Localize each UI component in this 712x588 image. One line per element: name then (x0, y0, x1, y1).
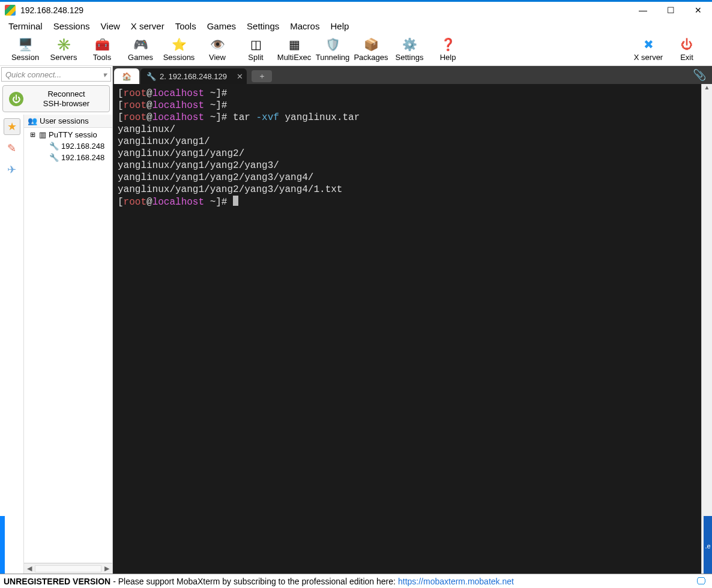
tabstrip: 🏠 🔧 2. 192.168.248.129 ✕ ＋ 📎 (113, 66, 712, 84)
menu-x-server[interactable]: X server (131, 21, 164, 31)
reconnect-button[interactable]: ⏻ Reconnect SSH-browser (2, 85, 110, 112)
vertical-scrollbar[interactable]: ▲ ▼ (701, 84, 712, 574)
window-controls: — ☐ ✕ (629, 2, 712, 19)
maximize-button[interactable]: ☐ (657, 2, 684, 19)
split-icon: ◫ (247, 37, 264, 52)
toolbar: 🖥️Session✳️Servers🧰Tools🎮Games⭐Sessions👁… (0, 35, 712, 66)
tab-session[interactable]: 🔧 2. 192.168.248.129 ✕ (140, 68, 247, 84)
tool-tools[interactable]: 🧰Tools (83, 36, 121, 63)
tool-label: Settings (396, 53, 424, 62)
status-link[interactable]: https://mobaxterm.mobatek.net (398, 577, 514, 586)
sidebar-rail: ★ ✎ ✈ (0, 115, 24, 574)
menu-games[interactable]: Games (207, 21, 236, 31)
tab-home[interactable]: 🏠 (114, 68, 139, 84)
tool-label: Tunneling (316, 53, 350, 62)
tool-settings[interactable]: ⚙️Settings (390, 36, 429, 63)
tool-label: X server (634, 53, 663, 62)
tool-x-server[interactable]: ✖X server (629, 36, 668, 63)
tool-exit[interactable]: ⏻Exit (668, 36, 706, 63)
tool-sessions[interactable]: ⭐Sessions (160, 36, 198, 63)
quick-connect-input[interactable]: Quick connect... ▾ (1, 67, 111, 82)
menu-macros[interactable]: Macros (290, 21, 319, 31)
tool-tunneling[interactable]: 🛡️Tunneling (313, 36, 352, 63)
multiexec-icon: ▦ (286, 37, 303, 52)
content-area: 🏠 🔧 2. 192.168.248.129 ✕ ＋ 📎 [root@local… (113, 66, 712, 574)
tool-label: View (209, 53, 226, 62)
x-server-icon: ✖ (640, 37, 657, 52)
status-message: - Please support MobaXterm by subscribin… (113, 577, 396, 586)
sidebar: Quick connect... ▾ ⏻ Reconnect SSH-brows… (0, 66, 113, 574)
window-title: 192.168.248.129 (20, 5, 83, 15)
tool-label: Tools (93, 53, 111, 62)
tool-label: Sessions (163, 53, 195, 62)
scroll-up-icon[interactable]: ▲ (702, 84, 712, 95)
menu-sessions[interactable]: Sessions (53, 21, 90, 31)
session-icon: 🔧 (146, 72, 156, 81)
menubar: TerminalSessionsViewX serverToolsGamesSe… (0, 19, 712, 35)
tools-icon[interactable]: ✎ (4, 140, 20, 157)
tool-packages[interactable]: 📦Packages (352, 36, 390, 63)
star-icon[interactable]: ★ (4, 118, 20, 135)
menu-help[interactable]: Help (330, 21, 349, 31)
tool-label: Games (128, 53, 153, 62)
tool-label: Packages (354, 53, 388, 62)
statusbar: UNREGISTERED VERSION - Please support Mo… (0, 574, 712, 588)
folder-icon: 👥 (28, 116, 37, 125)
tool-label: Session (11, 53, 39, 62)
left-edge-strip (0, 516, 5, 574)
scroll-right-icon[interactable]: ▶ (101, 565, 112, 572)
tool-view[interactable]: 👁️View (198, 36, 237, 63)
tool-games[interactable]: 🎮Games (121, 36, 160, 63)
tab-new[interactable]: ＋ (252, 70, 272, 82)
menu-settings[interactable]: Settings (247, 21, 279, 31)
paperclip-icon[interactable]: 📎 (693, 68, 706, 82)
horizontal-scrollbar[interactable]: ◀ ▶ (24, 563, 112, 574)
tool-label: Servers (50, 53, 77, 62)
send-icon[interactable]: ✈ (4, 161, 20, 178)
chevron-down-icon[interactable]: ▾ (103, 70, 107, 79)
packages-icon: 📦 (363, 37, 379, 52)
tree-header-label: User sessions (40, 116, 89, 125)
tool-label: MultiExec (277, 53, 311, 62)
right-edge-strip: .e (704, 516, 712, 574)
servers-icon: ✳️ (55, 37, 72, 52)
tool-servers[interactable]: ✳️Servers (44, 36, 83, 63)
menu-view[interactable]: View (101, 21, 120, 31)
tree-item-label: PuTTY sessio (49, 130, 97, 139)
tree-item[interactable]: 🔧192.168.248 (24, 152, 112, 163)
menu-tools[interactable]: Tools (175, 21, 196, 31)
power-icon: ⏻ (9, 92, 23, 106)
tool-split[interactable]: ◫Split (237, 36, 275, 63)
tree-item[interactable]: 🔧192.168.248 (24, 140, 112, 152)
tool-multiexec[interactable]: ▦MultiExec (275, 36, 313, 63)
tab-label: 2. 192.168.248.129 (160, 72, 227, 81)
games-icon: 🎮 (132, 37, 149, 52)
titlebar: 192.168.248.129 — ☐ ✕ (0, 2, 712, 19)
tool-session[interactable]: 🖥️Session (6, 36, 44, 63)
session-icon: 🔧 (49, 142, 59, 151)
terminal[interactable]: [root@localhost ~]# [root@localhost ~]# … (113, 84, 701, 574)
settings-icon: ⚙️ (401, 37, 418, 52)
sessions-icon: ⭐ (170, 37, 187, 52)
minimize-button[interactable]: — (629, 2, 657, 19)
close-button[interactable]: ✕ (684, 2, 712, 19)
tools-icon: 🧰 (94, 37, 110, 52)
monitor-icon[interactable]: 🖵 (696, 576, 708, 587)
tree-item[interactable]: ⊞▥PuTTY sessio (24, 129, 112, 140)
app-icon (5, 5, 16, 16)
session-icon: 🖥️ (17, 37, 34, 52)
scroll-left-icon[interactable]: ◀ (24, 565, 35, 572)
tab-close-icon[interactable]: ✕ (237, 72, 243, 81)
reconnect-label-1: Reconnect (29, 89, 103, 99)
session-tree: 👥 User sessions ⊞▥PuTTY sessio🔧192.168.2… (24, 115, 112, 574)
exit-icon: ⏻ (678, 37, 695, 52)
unregistered-label: UNREGISTERED VERSION (4, 577, 110, 586)
tree-header[interactable]: 👥 User sessions (24, 115, 112, 128)
tunneling-icon: 🛡️ (324, 37, 341, 52)
reconnect-label-2: SSH-browser (29, 99, 103, 109)
tool-help[interactable]: ❓Help (429, 36, 467, 63)
view-icon: 👁️ (209, 37, 226, 52)
expand-icon[interactable]: ⊞ (30, 131, 35, 139)
home-icon: 🏠 (122, 72, 131, 81)
menu-terminal[interactable]: Terminal (8, 21, 43, 31)
